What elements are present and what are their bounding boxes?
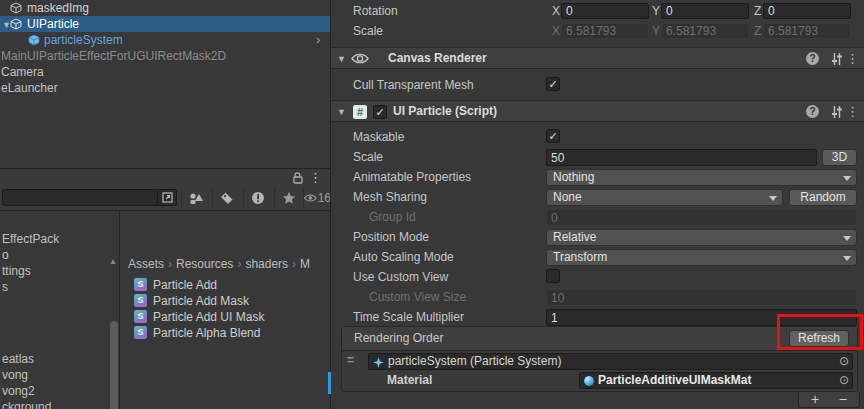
axis-z-label: Z: [754, 23, 761, 39]
drag-handle-icon[interactable]: =: [347, 353, 354, 367]
folder-item[interactable]: o: [2, 247, 118, 263]
hierarchy-item-elauncher[interactable]: eLauncher: [0, 80, 330, 96]
asset-item-particle-add-mask[interactable]: S Particle Add Mask: [120, 293, 330, 309]
cull-transparent-mesh-checkbox[interactable]: ✓: [546, 77, 560, 91]
breadcrumb-current[interactable]: M: [300, 257, 310, 271]
shader-file-icon: S: [134, 326, 147, 339]
unlock-icon[interactable]: [293, 172, 304, 184]
material-object-field[interactable]: ParticleAdditiveUIMaskMat ⊙: [579, 372, 853, 389]
remove-item-button[interactable]: −: [839, 391, 847, 407]
breadcrumb-assets[interactable]: Assets: [128, 257, 164, 271]
maskable-checkbox[interactable]: ✓: [546, 129, 560, 143]
search-expand-icon[interactable]: [158, 189, 177, 206]
folder-label: eatlas: [2, 352, 34, 366]
particle-system-object-field[interactable]: particleSystem (Particle System) ⊙: [368, 353, 853, 370]
scale-z-field: [763, 23, 851, 39]
visible-items-toggle[interactable]: 16: [303, 188, 330, 208]
axis-x-label: X: [552, 3, 560, 19]
folder-item[interactable]: s: [2, 279, 118, 295]
auto-scaling-mode-dropdown[interactable]: Transform: [546, 249, 857, 266]
add-item-button[interactable]: +: [811, 391, 819, 407]
help-icon[interactable]: ?: [806, 52, 819, 65]
rotation-label: Rotation: [353, 2, 398, 20]
hierarchy-item-camera[interactable]: Camera: [0, 64, 330, 80]
folder-item[interactable]: ckground: [2, 399, 118, 409]
folder-item[interactable]: vong: [2, 367, 118, 383]
component-menu-kebab-icon[interactable]: ⋮: [846, 104, 859, 119]
mesh-sharing-dropdown[interactable]: None: [546, 189, 783, 206]
position-mode-dropdown[interactable]: Relative: [546, 229, 857, 246]
list-footer: + −: [798, 392, 860, 408]
asset-item-particle-add[interactable]: S Particle Add: [120, 277, 330, 293]
folder-item[interactable]: eatlas: [2, 351, 118, 367]
dropdown-value: Transform: [553, 250, 607, 264]
object-field-label: particleSystem (Particle System): [388, 354, 561, 369]
chevron-down-icon: [769, 196, 777, 201]
particle-scale-field[interactable]: [546, 149, 817, 166]
folder-scrollbar-thumb[interactable]: [110, 321, 118, 409]
folder-item[interactable]: vong2: [2, 383, 118, 399]
dropdown-value: None: [553, 190, 582, 204]
scale-3d-button[interactable]: 3D: [822, 149, 857, 166]
rotation-y-field[interactable]: [661, 3, 749, 19]
object-picker-icon[interactable]: ⊙: [839, 373, 849, 388]
folder-label: vong2: [2, 384, 35, 398]
component-title: Canvas Renderer: [388, 51, 487, 65]
position-mode-label: Position Mode: [353, 228, 429, 246]
rendering-order-row[interactable]: = particleSystem (Particle System) ⊙: [342, 351, 857, 371]
asset-item-particle-alpha-blend[interactable]: S Particle Alpha Blend: [120, 325, 330, 341]
chevron-right-icon[interactable]: ›: [316, 32, 320, 48]
component-menu-kebab-icon[interactable]: ⋮: [846, 51, 859, 66]
asset-label: Particle Alpha Blend: [153, 325, 260, 341]
project-search-input[interactable]: [2, 189, 158, 206]
presets-icon[interactable]: [831, 53, 843, 65]
ui-particle-header[interactable]: ▼ # ✓ UI Particle (Script) ? ⋮: [331, 100, 864, 122]
hierarchy-item-scene[interactable]: MainUIParticleEffectForUGUIRectMask2D: [0, 48, 330, 64]
folder-label: o: [2, 248, 9, 262]
chevron-down-icon: [843, 236, 851, 241]
scroll-up-arrow-icon[interactable]: ▲: [109, 257, 117, 266]
use-custom-view-checkbox[interactable]: [546, 269, 560, 283]
rotation-x-field[interactable]: [561, 3, 649, 19]
hierarchy-item-particlesystem[interactable]: particleSystem ›: [0, 32, 330, 48]
folder-item[interactable]: EffectPack: [2, 231, 118, 247]
hierarchy-item-label: eLauncher: [1, 80, 58, 96]
particle-scale-label: Scale: [353, 148, 383, 166]
particle-system-icon: [373, 357, 384, 368]
hierarchy-item-uiparticle[interactable]: ▼ UIParticle: [0, 16, 330, 32]
chevron-down-icon: [843, 176, 851, 181]
random-button[interactable]: Random: [789, 189, 857, 206]
scale-label: Scale: [353, 22, 383, 40]
project-folder-column: EffectPack o ttings s eatlas vong vong2 …: [0, 211, 120, 409]
foldout-arrow-icon[interactable]: ▼: [337, 54, 346, 64]
search-by-label-tag-icon[interactable]: [212, 188, 241, 208]
auto-scaling-mode-label: Auto Scaling Mode: [353, 248, 454, 266]
object-field-label: ParticleAdditiveUIMaskMat: [598, 373, 751, 388]
foldout-arrow-icon[interactable]: ▼: [337, 107, 346, 117]
favorites-star-icon[interactable]: [274, 188, 303, 208]
asset-item-particle-add-ui-mask[interactable]: S Particle Add UI Mask: [120, 309, 330, 325]
search-by-type-icon[interactable]: [181, 188, 210, 208]
alert-circle-icon[interactable]: [243, 188, 272, 208]
animatable-properties-dropdown[interactable]: Nothing: [546, 169, 857, 186]
asset-label: Particle Add: [153, 277, 217, 293]
canvas-renderer-icon: [351, 52, 369, 65]
unity-editor-window: maskedImg ▼ UIParticle particleSystem › …: [0, 0, 864, 409]
axis-z-label: Z: [754, 3, 761, 19]
scrollbar-accent-strip[interactable]: [328, 372, 331, 394]
folder-item[interactable]: ttings: [2, 263, 118, 279]
object-picker-icon[interactable]: ⊙: [839, 354, 849, 369]
panel-menu-kebab-icon[interactable]: ⋮: [309, 170, 322, 185]
shader-file-icon: S: [134, 294, 147, 307]
component-enabled-checkbox[interactable]: ✓: [373, 105, 387, 119]
breadcrumb-shaders[interactable]: shaders: [245, 257, 288, 271]
breadcrumb-resources[interactable]: Resources: [176, 257, 233, 271]
prefab-cube-icon: [28, 34, 40, 46]
canvas-renderer-header[interactable]: ▼ Canvas Renderer ? ⋮: [331, 47, 864, 69]
mesh-sharing-label: Mesh Sharing: [353, 188, 427, 206]
help-icon[interactable]: ?: [806, 105, 819, 118]
axis-x-label: X: [552, 23, 560, 39]
rotation-z-field[interactable]: [763, 3, 851, 19]
presets-icon[interactable]: [831, 106, 843, 118]
hierarchy-item-maskedimg[interactable]: maskedImg: [0, 0, 330, 16]
